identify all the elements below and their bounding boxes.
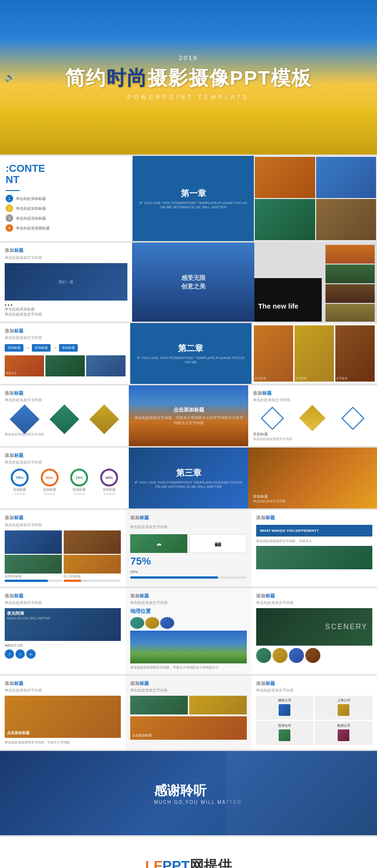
rp-3 (325, 284, 375, 303)
autumn-text: 添加标题单击此处添加文字内容 (253, 494, 372, 504)
company-label-2: 上海公司 (317, 698, 370, 703)
food-2: 文字处述 (295, 325, 334, 382)
row-travel-info: 添加标题 单击此处添加文字内容 进度添加标题 在上添加标题 添加标题 (0, 510, 377, 588)
circle-1 (256, 648, 271, 663)
arrow-slide: 添加标题 单击此处添加文字内容 添加标题 → 添加标题 → 添加标题 添加文本 (0, 323, 130, 384)
geo-photo-1 (130, 617, 144, 629)
company-icon-2 (338, 704, 349, 716)
company-icon-4 (338, 729, 349, 741)
pct-circle-3: 15% (70, 469, 88, 486)
toc-divider (6, 190, 20, 191)
diamond-3 (89, 405, 119, 434)
lfppt-content: LFPPT网提供 www.LFPPT.com (0, 837, 377, 868)
travel-photos: 进度添加标题 在上添加标题 (5, 530, 121, 582)
thankyou-bg: 感谢聆听 MUCH GO,YOU WILL MATTER (0, 751, 377, 835)
geo-sub: 单击此处添加文字内容 (130, 601, 246, 605)
landscape-mid: 点击添加标题 单击此处添加文字内容，字体大小字间距大小文字字内容大小文字内容大小… (129, 385, 248, 446)
food-title-l: 添加标题 (5, 593, 121, 599)
geo-label: 地理位置 (130, 608, 246, 615)
circle-photos (256, 648, 372, 663)
toc-text-2: 单击此处添加标题 (16, 206, 46, 211)
geo-photos-row (130, 617, 246, 629)
percent-sub: 单击此处添加文字内容 (5, 460, 124, 465)
company-panel: 添加标题 单击此处添加文字内容 建筑公司 上海公司 投资合作 集团公司 (251, 676, 377, 750)
food-sub-l: 单击此处添加文字内容 (5, 601, 121, 605)
company-label-3: 投资合作 (259, 723, 311, 728)
chapter2-sub: IF YOU LIKE THIS POWERPOINT TEMPLATE,PLE… (130, 356, 251, 364)
creativity-text: 创意之美 (181, 282, 206, 291)
stats-mid: 添加标题 单击此处添加文字内容 ☁ 📷 75% 30% (126, 510, 251, 587)
pct-4: 69% 添加标题 添加标题 (100, 469, 118, 496)
photo-3 (255, 199, 315, 240)
lfppt-line1: LFPPT网提供 (145, 856, 232, 868)
company-3: 投资合作 (256, 721, 314, 745)
food-left-2: 添加标题 单击此处添加文字内容 点击添加标题 单击此处添加说明文字内容，字体大小… (0, 676, 126, 750)
photo-row-small: 添加文本 (5, 355, 126, 376)
pct-circle-4: 69% (100, 469, 118, 486)
diamond-row-r (253, 406, 372, 430)
thankyou-slide: 感谢聆听 MUCH GO,YOU WILL MATTER (0, 751, 377, 837)
geo-map-image (130, 631, 246, 663)
photo-forest (45, 355, 85, 376)
toc-text-4: 单击此处添加图标题 (16, 226, 50, 231)
geo-body: 单击此处添加说明文字内容，字体大小字间距大小字内容大小 (130, 665, 246, 669)
chapter1-sub: IF YOU LIKE THIS POWERPOINT TEMPLATE,PLE… (133, 201, 254, 209)
pct-label-1: 添加标题 (13, 488, 26, 492)
different-box: WHAT MAKES YOU DIFFERENT? (256, 525, 372, 537)
small-percent: 30% (130, 570, 246, 574)
hero-slide: 2018 简约时尚摄影摄像PPT模板 POWERPOINT TEMPLATE 🔊 (0, 0, 377, 156)
company-1: 建筑公司 (256, 696, 314, 720)
fg-1 (130, 696, 188, 714)
hero-year: 2018 (179, 54, 198, 61)
chapter1-label: 第一章 (181, 188, 206, 199)
rp-1 (325, 245, 375, 264)
food-label-2: 文字处述 (296, 376, 307, 381)
food2-title: 添加标题 (5, 680, 121, 687)
percent-row: 75% 添加标题 添加标题 90% 添加标题 添加标题 15% 添加标题 添加标… (5, 469, 124, 496)
food-mid-panel: 添加标题 单击此处添加文字内容 点击添加标题 (126, 676, 251, 750)
progress-fill-1 (5, 580, 48, 582)
add-subtitle: 单击此处添加文字内容 (5, 256, 127, 260)
foodmid-title: 添加标题 (130, 680, 246, 687)
circle-2 (273, 648, 288, 663)
geo-title: 添加标题 (130, 593, 246, 599)
pct-label-3: 添加标题 (73, 488, 86, 492)
company-icon-1 (279, 704, 290, 716)
click-add-title: 点击添加标题 (133, 406, 244, 413)
chapter3-label: 第三章 (176, 467, 201, 478)
hero-subtitle: POWERPOINT TEMPLATE (127, 94, 250, 101)
different-title: 添加标题 (256, 515, 372, 521)
diamond-title-r: 添加标题 (253, 390, 372, 397)
food-wide: 点击添加标题 (130, 716, 246, 740)
scenery-text: SCENERY (325, 623, 368, 631)
stats-icon-2: 📷 (189, 534, 247, 553)
scenery-panel: 添加标题 单击此处添加文字内容 SCENERY (251, 588, 377, 674)
different-photo (256, 546, 372, 569)
pct-circle-1: 75% (11, 469, 29, 486)
arrow-2: → (52, 345, 58, 351)
geo-photo-3 (160, 617, 174, 629)
photo-2 (316, 157, 377, 198)
pct-label-4: 添加标题 (103, 488, 116, 492)
hero-title-highlight: 时尚 (106, 67, 148, 89)
pct-3: 15% 添加标题 添加标题 (70, 469, 88, 496)
travel-info-left: 添加标题 单击此处添加文字内容 进度添加标题 在上添加标题 (0, 510, 126, 587)
diamond-1 (10, 405, 40, 434)
different-text: WHAT MAKES YOU DIFFERENT? (260, 529, 369, 533)
newlife-slide: The new life (254, 243, 377, 322)
chapter3-sub: IF YOU LIKE THIS POWERPOINT TEMPLATE,PLE… (129, 480, 248, 489)
travel-label-2: 在上添加标题 (64, 574, 121, 579)
toc-item-3: 3 单击此处添加标题 (6, 214, 127, 222)
icon-row-bottom: f t in (5, 649, 121, 659)
different-panel: 添加标题 WHAT MAKES YOU DIFFERENT? 单击此处添加说明文… (251, 510, 377, 587)
percent-slide: 添加标题 单击此处添加文字内容 75% 添加标题 添加标题 90% 添加标题 添… (0, 448, 129, 508)
lfppt-prefix: LFPPT网提供 (145, 856, 232, 868)
food2-sub: 单击此处添加文字内容 (5, 688, 121, 693)
photo-1 (255, 157, 315, 198)
travel-col-1: 进度添加标题 (5, 530, 62, 582)
food-photos-panel: 文字处述 文字处述 文字处述 (251, 323, 377, 384)
travel-title: 添加标题 (5, 515, 121, 521)
food-1: 文字处述 (254, 325, 293, 382)
row-reflection: 添加标题 单击此处添加文字内容 我们一直 ♦ ♦ ♦ 单击此处添加标题单击此处添… (0, 243, 377, 323)
diamond-out-3 (341, 407, 364, 430)
